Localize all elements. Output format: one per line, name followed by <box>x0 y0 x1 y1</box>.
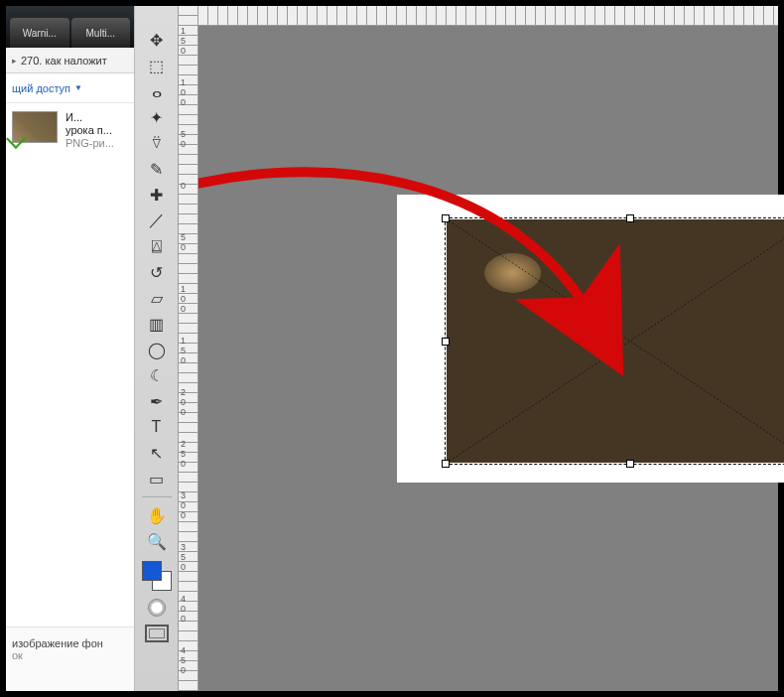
ruler-tick: 1 <box>181 336 186 346</box>
type-tool[interactable]: T <box>145 415 169 439</box>
svg-line-1 <box>446 218 784 464</box>
screen-mode-toggle[interactable] <box>145 625 169 642</box>
gradient-tool[interactable]: ▥ <box>145 312 169 336</box>
shape-tool[interactable]: ▭ <box>145 467 169 490</box>
ruler-tick: 2 <box>181 439 186 449</box>
breadcrumb-arrow-icon: ▸ <box>12 56 17 66</box>
ruler-tick: 0 <box>181 604 186 614</box>
ruler-tick: 0 <box>181 500 186 510</box>
ruler-tick: 0 <box>181 46 186 56</box>
file-name-line2: урока п... <box>65 124 114 137</box>
ruler-tick: 5 <box>181 232 186 242</box>
lasso-tool[interactable]: ⴰ <box>145 79 169 103</box>
zoom-tool[interactable]: 🔍 <box>145 529 169 553</box>
dodge-tool[interactable]: ☾ <box>145 363 169 387</box>
breadcrumb-bar[interactable]: ▸ 270. как наложит <box>6 48 134 73</box>
eyedropper-tool[interactable]: ✎ <box>145 157 169 181</box>
healing-brush-tool[interactable]: ✚ <box>145 183 169 207</box>
blur-tool[interactable]: ◯ <box>145 338 169 361</box>
ruler-tick: 0 <box>181 97 186 107</box>
file-list: И... урока п... PNG-ри... <box>6 103 134 158</box>
history-brush-tool[interactable]: ↺ <box>145 260 169 284</box>
magic-wand-tool[interactable]: ✦ <box>145 105 169 129</box>
browser-tabstrip: Warni... Multi... <box>6 6 134 48</box>
crop-tool[interactable]: ⍢ <box>145 131 169 155</box>
ruler-tick: 2 <box>181 387 186 397</box>
ruler-tick: 5 <box>181 346 186 355</box>
browser-tab-multi[interactable]: Multi... <box>71 18 131 48</box>
ruler-tick: 0 <box>181 397 186 407</box>
ruler-tick: 1 <box>181 77 186 87</box>
ruler-tick: 0 <box>181 459 186 469</box>
chevron-down-icon: ▼ <box>74 83 82 92</box>
file-name-line1: И... <box>65 111 114 124</box>
file-item[interactable]: И... урока п... PNG-ри... <box>12 111 128 150</box>
ruler-tick: 0 <box>181 139 186 149</box>
ruler-tick: 0 <box>181 242 186 252</box>
move-tool[interactable]: ✥ <box>145 28 169 52</box>
eraser-tool[interactable]: ▱ <box>145 286 169 310</box>
ruler-tick: 3 <box>181 490 186 500</box>
brush-tool[interactable]: ／ <box>145 209 169 232</box>
ruler-tick: 0 <box>181 181 186 191</box>
transform-diagonals <box>446 218 784 464</box>
ruler-tick: 5 <box>181 449 186 459</box>
marquee-tool[interactable]: ⬚ <box>145 54 169 77</box>
transform-handle-top-mid[interactable] <box>626 214 634 222</box>
ruler-tick: 0 <box>181 304 186 314</box>
ruler-tick: 0 <box>181 355 186 365</box>
canvas-area[interactable] <box>198 26 778 691</box>
tool-palette: ✥ ⬚ ⴰ ✦ ⍢ ✎ ✚ ／ ⍍ ↺ ▱ ▥ ◯ ☾ ✒ T ↖ ▭ ✋ 🔍 <box>135 6 179 691</box>
free-transform-bounding-box[interactable] <box>445 217 784 465</box>
ruler-tick: 1 <box>181 284 186 294</box>
file-info: И... урока п... PNG-ри... <box>65 111 114 150</box>
file-type: PNG-ри... <box>65 137 114 150</box>
transform-handle-top-left[interactable] <box>442 214 450 222</box>
pen-tool[interactable]: ✒ <box>145 389 169 413</box>
ruler-tick: 0 <box>181 407 186 417</box>
file-browser-panel: Warni... Multi... ▸ 270. как наложит щий… <box>6 6 135 691</box>
sidebar-footer: изображение фон ок <box>6 627 134 691</box>
footer-line1: изображение фон <box>12 637 128 649</box>
ruler-tick: 5 <box>181 552 186 562</box>
shared-access-dropdown[interactable]: щий доступ ▼ <box>6 73 134 103</box>
quick-mask-toggle[interactable] <box>148 599 166 617</box>
tool-separator <box>142 496 172 497</box>
clone-stamp-tool[interactable]: ⍍ <box>145 234 169 258</box>
color-swatches[interactable] <box>142 561 172 591</box>
ruler-tick: 5 <box>181 36 186 46</box>
hand-tool[interactable]: ✋ <box>145 503 169 527</box>
breadcrumb-label: 270. как наложит <box>21 55 107 67</box>
file-thumbnail <box>12 111 58 143</box>
ruler-tick: 0 <box>181 294 186 304</box>
horizontal-ruler[interactable] <box>179 6 778 26</box>
path-select-tool[interactable]: ↖ <box>145 441 169 465</box>
transform-handle-bottom-mid[interactable] <box>626 460 634 468</box>
ruler-tick: 0 <box>181 665 186 675</box>
app-frame: Warni... Multi... ▸ 270. как наложит щий… <box>6 6 778 691</box>
foreground-color-swatch[interactable] <box>142 561 162 581</box>
ruler-tick: 4 <box>181 645 186 655</box>
ruler-tick: 3 <box>181 542 186 552</box>
vertical-ruler[interactable]: 1 5 0 1 0 0 5 0 0 5 0 1 0 0 1 5 0 2 0 0 … <box>179 6 198 691</box>
ruler-tick: 5 <box>181 129 186 139</box>
ruler-tick: 4 <box>181 594 186 604</box>
footer-line2: ок <box>12 649 128 661</box>
ruler-tick: 0 <box>181 562 186 572</box>
transform-handle-bottom-left[interactable] <box>442 460 450 468</box>
ruler-tick: 0 <box>181 510 186 520</box>
transform-handle-mid-left[interactable] <box>442 338 450 346</box>
ruler-tick: 1 <box>181 26 186 36</box>
ruler-tick: 5 <box>181 655 186 665</box>
browser-tab-warning[interactable]: Warni... <box>10 18 69 48</box>
ruler-tick: 0 <box>181 614 186 624</box>
shared-access-label: щий доступ <box>12 82 70 94</box>
svg-line-0 <box>446 218 784 464</box>
ruler-tick: 0 <box>181 87 186 97</box>
